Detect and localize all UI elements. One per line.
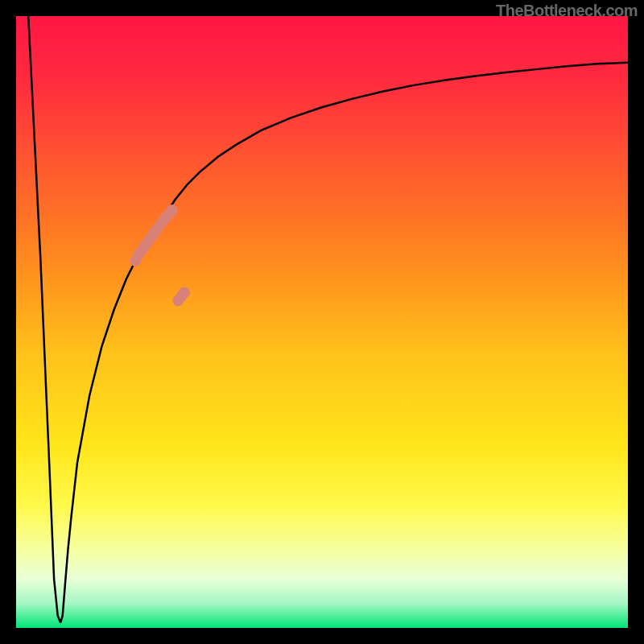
plot-area [16, 16, 628, 628]
marker-dot [167, 204, 178, 216]
brand-text: TheBottleneck.com [496, 2, 638, 20]
chart-svg [16, 16, 628, 628]
marker-dot [179, 287, 190, 299]
